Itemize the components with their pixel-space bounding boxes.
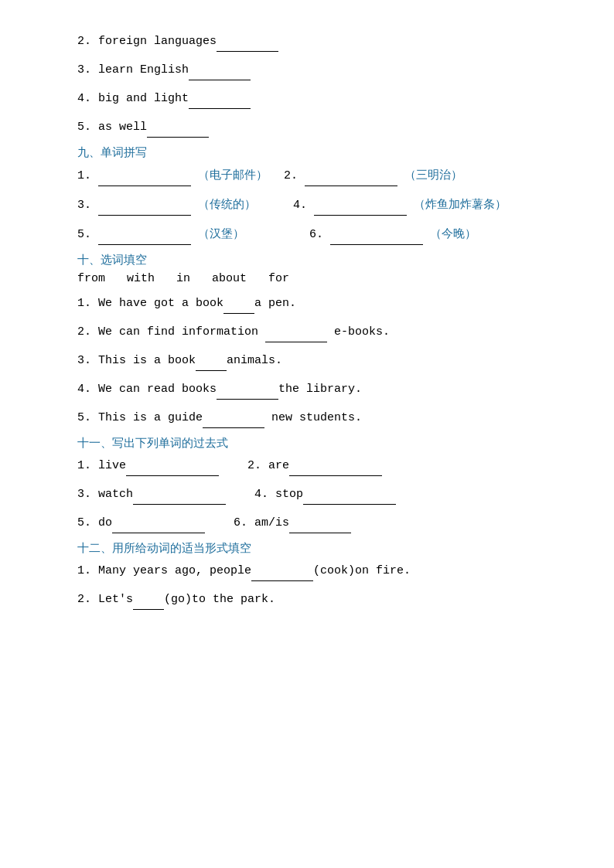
s10-text3-before: This is a book [98, 354, 196, 367]
s9-blank-3 [98, 215, 191, 216]
section-10-title: 十、选词填空 [77, 253, 552, 267]
s9-blank-4 [314, 215, 407, 216]
s10-text5-before: This is a guide [98, 411, 203, 424]
option-with: with [127, 272, 155, 285]
s10-text2-after: e-books. [327, 325, 390, 339]
s9-hint-6: （今晚） [430, 227, 476, 240]
s12-text2-after: to the park. [192, 593, 275, 606]
s11-word-4: stop [275, 488, 303, 501]
s10-blank-1 [223, 313, 254, 314]
s9-hint-4: （炸鱼加炸薯条） [414, 198, 507, 210]
item-text-3: learn English [98, 63, 189, 77]
s12-num-2: 2. [77, 593, 91, 606]
section11-row-2: 3. watch 4. stop [77, 484, 552, 505]
section-11-title: 十一、写出下列单词的过去式 [77, 436, 552, 451]
s11-blank-3 [133, 504, 226, 505]
s9-hint-1: （电子邮件） [198, 168, 268, 181]
s9-spacer-5 [251, 228, 293, 241]
s10-blank-2 [265, 342, 327, 342]
section12-line-1: 1. Many years ago, people(cook)on fire. [77, 560, 552, 581]
section-12-title: 十二、用所给动词的适当形式填空 [77, 541, 552, 556]
s11-blank-1 [126, 475, 219, 476]
s12-text1-before: Many years ago, people [98, 564, 251, 577]
item-line-4: 4. big and light [77, 88, 552, 109]
section11-row-1: 1. live 2. are [77, 455, 552, 476]
item-text-5: as well [98, 121, 147, 134]
s10-num-3: 3. [77, 354, 91, 367]
s11-num-3: 3. [77, 488, 91, 501]
s10-num-1: 1. [77, 297, 91, 310]
s9-hint-3: （传统的） [198, 198, 256, 210]
section10-line-5: 5. This is a guide new students. [77, 407, 552, 428]
option-for: for [268, 272, 289, 285]
s11-blank-5 [112, 533, 205, 533]
s10-text5-after: new students. [264, 411, 362, 424]
s9-num-4: 4. [293, 199, 307, 212]
section9-row-3: 5. （汉堡） 6. （今晚） [77, 223, 552, 245]
s9-num-1: 1. [77, 169, 91, 182]
section9-row-2: 3. （传统的） 4. （炸鱼加炸薯条） [77, 194, 552, 216]
item-num-4: 4. [77, 92, 91, 105]
blank-2 [217, 51, 278, 52]
s11-word-3: watch [98, 488, 133, 501]
s9-spacer-3 [263, 199, 277, 212]
s9-num-2: 2. [284, 169, 298, 182]
s11-spacer-5: 6. [234, 516, 247, 529]
s9-hint-5: （汉堡） [198, 227, 244, 240]
s9-hint-2: （三明治） [404, 168, 462, 181]
s12-blank-2 [133, 609, 164, 610]
section10-line-1: 1. We have got a booka pen. [77, 293, 552, 314]
s11-word-2: are [268, 459, 289, 472]
s10-text3-after: animals. [227, 354, 282, 367]
s10-text4-before: We can read books [98, 383, 217, 396]
s10-num-5: 5. [77, 411, 91, 424]
option-about: about [212, 272, 247, 285]
s9-blank-5 [98, 244, 191, 245]
s10-text4-after: the library. [278, 383, 362, 396]
item-num-3: 3. [77, 63, 91, 77]
section-9: 九、单词拼写 1. （电子邮件） 2. （三明治） 3. （传统的） 4. （炸… [77, 145, 552, 245]
item-num-2: 2. [77, 35, 91, 48]
blank-4 [189, 108, 251, 109]
section10-options: from with in about for [77, 272, 552, 285]
s9-num-3: 3. [77, 199, 91, 212]
s12-hint-2: (go) [164, 593, 192, 606]
s11-blank-2 [289, 475, 382, 476]
s11-spacer-3: 4. [254, 488, 268, 501]
section10-line-3: 3. This is a bookanimals. [77, 350, 552, 371]
section12-line-2: 2. Let's(go)to the park. [77, 589, 552, 610]
s11-num-1: 1. [77, 459, 91, 472]
s9-blank-1 [98, 186, 191, 186]
s12-text1-after: on fire. [355, 564, 411, 577]
s11-word-1: live [98, 459, 126, 472]
s12-hint-1: (cook) [313, 564, 355, 577]
s10-num-2: 2. [77, 325, 91, 339]
s9-num-5: 5. [77, 228, 91, 241]
s11-spacer-1: 2. [247, 459, 261, 472]
item-line-5: 5. as well [77, 117, 552, 138]
pre-section-items: 2. foreign languages 3. learn English 4.… [77, 31, 552, 138]
item-num-5: 5. [77, 121, 91, 134]
blank-3 [189, 80, 251, 80]
item-line-3: 3. learn English [77, 60, 552, 80]
option-from: from [77, 272, 105, 285]
section10-line-2: 2. We can find information e-books. [77, 322, 552, 342]
s10-text2-before: We can find information [98, 325, 265, 339]
item-line-2: 2. foreign languages [77, 31, 552, 52]
s12-num-1: 1. [77, 564, 91, 577]
blank-5 [147, 137, 209, 138]
s10-blank-5 [203, 427, 264, 428]
item-text-4: big and light [98, 92, 189, 105]
s12-blank-1 [251, 580, 313, 581]
item-text-2: foreign languages [98, 35, 217, 48]
section-10: 十、选词填空 from with in about for 1. We have… [77, 253, 552, 428]
section-12: 十二、用所给动词的适当形式填空 1. Many years ago, peopl… [77, 541, 552, 610]
s10-text1-before: We have got a book [98, 297, 223, 310]
section-9-title: 九、单词拼写 [77, 145, 552, 160]
s10-num-4: 4. [77, 383, 91, 396]
s9-num-6: 6. [309, 228, 323, 241]
section10-line-4: 4. We can read booksthe library. [77, 379, 552, 400]
option-in: in [176, 272, 190, 285]
s10-blank-4 [217, 399, 278, 400]
s9-blank-2 [305, 186, 397, 186]
